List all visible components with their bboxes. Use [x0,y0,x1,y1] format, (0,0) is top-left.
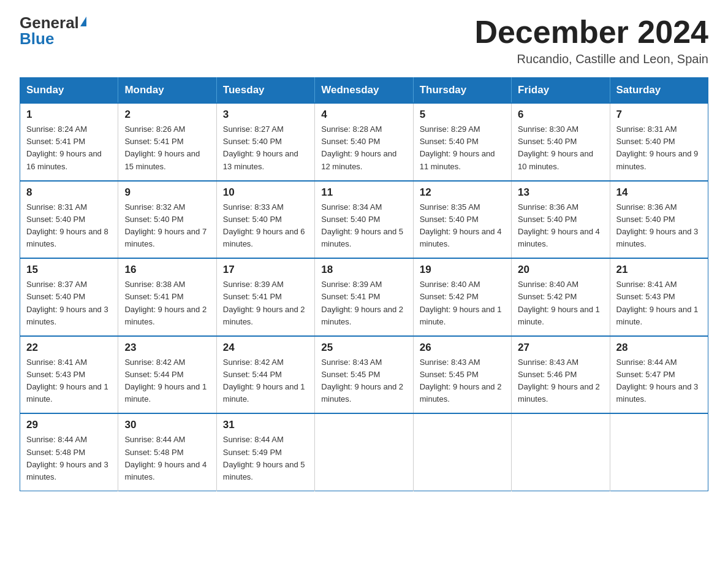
day-number: 30 [124,419,210,431]
day-info: Sunrise: 8:31 AMSunset: 5:40 PMDaylight:… [26,201,112,251]
calendar-week-row: 1Sunrise: 8:24 AMSunset: 5:41 PMDaylight… [20,103,708,181]
day-info: Sunrise: 8:44 AMSunset: 5:48 PMDaylight:… [124,434,210,483]
calendar-day-cell: 17Sunrise: 8:39 AMSunset: 5:41 PMDayligh… [216,258,314,336]
page-header: General Blue December 2024 Rucandio, Cas… [20,15,708,66]
calendar-day-cell: 14Sunrise: 8:36 AMSunset: 5:40 PMDayligh… [610,181,708,259]
month-title: December 2024 [474,15,708,50]
day-info: Sunrise: 8:39 AMSunset: 5:41 PMDaylight:… [223,278,308,328]
calendar-day-cell: 16Sunrise: 8:38 AMSunset: 5:41 PMDayligh… [118,258,216,336]
calendar-day-cell: 1Sunrise: 8:24 AMSunset: 5:41 PMDaylight… [20,103,118,181]
day-number: 11 [321,186,406,199]
day-number: 25 [321,342,406,354]
calendar-day-cell: 9Sunrise: 8:32 AMSunset: 5:40 PMDaylight… [118,181,216,259]
header-sunday: Sunday [20,78,118,104]
day-number: 9 [124,186,210,199]
day-number: 12 [420,186,505,199]
calendar-header-row: SundayMondayTuesdayWednesdayThursdayFrid… [20,78,708,104]
header-friday: Friday [512,78,610,104]
calendar-week-row: 15Sunrise: 8:37 AMSunset: 5:40 PMDayligh… [20,258,708,336]
calendar-day-cell [315,413,413,491]
calendar-week-row: 29Sunrise: 8:44 AMSunset: 5:48 PMDayligh… [20,413,708,491]
calendar-day-cell [610,413,708,491]
calendar-day-cell [512,413,610,491]
header-monday: Monday [118,78,216,104]
day-number: 18 [321,264,406,276]
calendar-day-cell: 27Sunrise: 8:43 AMSunset: 5:46 PMDayligh… [512,336,610,414]
calendar-day-cell: 23Sunrise: 8:42 AMSunset: 5:44 PMDayligh… [118,336,216,414]
day-info: Sunrise: 8:35 AMSunset: 5:40 PMDaylight:… [420,201,505,251]
day-info: Sunrise: 8:41 AMSunset: 5:43 PMDaylight:… [616,278,702,328]
day-number: 31 [223,419,308,431]
logo-blue-text: Blue [20,31,54,47]
day-number: 22 [26,342,112,354]
calendar-day-cell: 30Sunrise: 8:44 AMSunset: 5:48 PMDayligh… [118,413,216,491]
calendar-week-row: 22Sunrise: 8:41 AMSunset: 5:43 PMDayligh… [20,336,708,414]
calendar-day-cell: 7Sunrise: 8:31 AMSunset: 5:40 PMDaylight… [610,103,708,181]
day-info: Sunrise: 8:31 AMSunset: 5:40 PMDaylight:… [616,123,702,173]
day-info: Sunrise: 8:42 AMSunset: 5:44 PMDaylight:… [223,356,308,406]
day-number: 27 [518,342,603,354]
day-info: Sunrise: 8:30 AMSunset: 5:40 PMDaylight:… [518,123,603,173]
calendar-day-cell: 26Sunrise: 8:43 AMSunset: 5:45 PMDayligh… [413,336,511,414]
day-number: 28 [616,342,702,354]
calendar-day-cell: 12Sunrise: 8:35 AMSunset: 5:40 PMDayligh… [413,181,511,259]
day-number: 19 [420,264,505,276]
day-info: Sunrise: 8:28 AMSunset: 5:40 PMDaylight:… [321,123,406,173]
calendar-day-cell: 5Sunrise: 8:29 AMSunset: 5:40 PMDaylight… [413,103,511,181]
day-number: 17 [223,264,308,276]
day-info: Sunrise: 8:27 AMSunset: 5:40 PMDaylight:… [223,123,308,173]
calendar-day-cell: 28Sunrise: 8:44 AMSunset: 5:47 PMDayligh… [610,336,708,414]
calendar-table: SundayMondayTuesdayWednesdayThursdayFrid… [20,77,708,491]
day-info: Sunrise: 8:41 AMSunset: 5:43 PMDaylight:… [26,356,112,406]
calendar-day-cell: 31Sunrise: 8:44 AMSunset: 5:49 PMDayligh… [216,413,314,491]
header-tuesday: Tuesday [216,78,314,104]
day-info: Sunrise: 8:33 AMSunset: 5:40 PMDaylight:… [223,201,308,251]
day-info: Sunrise: 8:32 AMSunset: 5:40 PMDaylight:… [124,201,210,251]
calendar-day-cell: 22Sunrise: 8:41 AMSunset: 5:43 PMDayligh… [20,336,118,414]
calendar-day-cell: 13Sunrise: 8:36 AMSunset: 5:40 PMDayligh… [512,181,610,259]
day-info: Sunrise: 8:36 AMSunset: 5:40 PMDaylight:… [616,201,702,251]
calendar-day-cell: 6Sunrise: 8:30 AMSunset: 5:40 PMDaylight… [512,103,610,181]
logo-general-text: General [20,15,79,31]
calendar-day-cell: 3Sunrise: 8:27 AMSunset: 5:40 PMDaylight… [216,103,314,181]
day-info: Sunrise: 8:43 AMSunset: 5:45 PMDaylight:… [420,356,505,406]
day-info: Sunrise: 8:44 AMSunset: 5:48 PMDaylight:… [26,434,112,483]
day-info: Sunrise: 8:24 AMSunset: 5:41 PMDaylight:… [26,123,112,173]
day-number: 24 [223,342,308,354]
day-info: Sunrise: 8:40 AMSunset: 5:42 PMDaylight:… [420,278,505,328]
day-number: 16 [124,264,210,276]
calendar-day-cell: 24Sunrise: 8:42 AMSunset: 5:44 PMDayligh… [216,336,314,414]
header-saturday: Saturday [610,78,708,104]
day-number: 2 [124,109,210,121]
day-number: 23 [124,342,210,354]
calendar-day-cell: 8Sunrise: 8:31 AMSunset: 5:40 PMDaylight… [20,181,118,259]
calendar-day-cell: 25Sunrise: 8:43 AMSunset: 5:45 PMDayligh… [315,336,413,414]
location-text: Rucandio, Castille and Leon, Spain [474,52,708,66]
calendar-day-cell [413,413,511,491]
day-number: 1 [26,109,112,121]
calendar-day-cell: 21Sunrise: 8:41 AMSunset: 5:43 PMDayligh… [610,258,708,336]
day-info: Sunrise: 8:43 AMSunset: 5:45 PMDaylight:… [321,356,406,406]
calendar-week-row: 8Sunrise: 8:31 AMSunset: 5:40 PMDaylight… [20,181,708,259]
calendar-day-cell: 20Sunrise: 8:40 AMSunset: 5:42 PMDayligh… [512,258,610,336]
day-info: Sunrise: 8:26 AMSunset: 5:41 PMDaylight:… [124,123,210,173]
day-number: 7 [616,109,702,121]
day-number: 26 [420,342,505,354]
day-info: Sunrise: 8:39 AMSunset: 5:41 PMDaylight:… [321,278,406,328]
day-number: 5 [420,109,505,121]
day-number: 4 [321,109,406,121]
day-number: 20 [518,264,603,276]
day-info: Sunrise: 8:38 AMSunset: 5:41 PMDaylight:… [124,278,210,328]
logo-triangle-icon [80,17,86,26]
day-info: Sunrise: 8:34 AMSunset: 5:40 PMDaylight:… [321,201,406,251]
calendar-day-cell: 11Sunrise: 8:34 AMSunset: 5:40 PMDayligh… [315,181,413,259]
day-info: Sunrise: 8:37 AMSunset: 5:40 PMDaylight:… [26,278,112,328]
day-info: Sunrise: 8:42 AMSunset: 5:44 PMDaylight:… [124,356,210,406]
calendar-day-cell: 15Sunrise: 8:37 AMSunset: 5:40 PMDayligh… [20,258,118,336]
day-info: Sunrise: 8:43 AMSunset: 5:46 PMDaylight:… [518,356,603,406]
day-info: Sunrise: 8:29 AMSunset: 5:40 PMDaylight:… [420,123,505,173]
day-info: Sunrise: 8:36 AMSunset: 5:40 PMDaylight:… [518,201,603,251]
calendar-day-cell: 10Sunrise: 8:33 AMSunset: 5:40 PMDayligh… [216,181,314,259]
day-number: 21 [616,264,702,276]
title-section: December 2024 Rucandio, Castille and Leo… [474,15,708,66]
